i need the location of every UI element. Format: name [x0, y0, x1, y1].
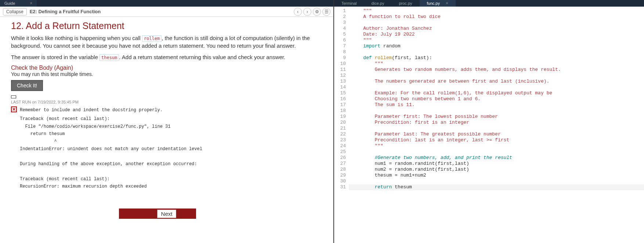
next-wrap: Next	[11, 208, 322, 219]
line-number: 4	[334, 26, 346, 32]
code-line[interactable]: """	[349, 61, 644, 67]
line-number: 2	[334, 14, 346, 20]
code-line[interactable]	[349, 84, 644, 90]
code-line[interactable]: num1 = random.randint(first,last)	[349, 161, 644, 167]
close-icon[interactable]: ×	[446, 1, 448, 6]
code-line[interactable]: return thesum	[349, 184, 644, 190]
code-line[interactable]: """	[349, 143, 644, 149]
status-indicator	[11, 95, 16, 98]
menu-icon[interactable]: ☰	[322, 8, 330, 16]
code-line[interactable]: The numbers generated are between first …	[349, 79, 644, 84]
line-number: 19	[334, 114, 346, 120]
code-line[interactable]: The sum is 11.	[349, 102, 644, 108]
tab-guide[interactable]: Guide ×	[0, 0, 37, 7]
code-line[interactable]: Generates two random numbers, adds them,…	[349, 67, 644, 73]
code-line[interactable]	[349, 178, 644, 184]
paragraph-1: While it looks like nothing is happening…	[11, 34, 322, 50]
line-gutter: 1234567891011121314151617181920212223242…	[334, 7, 349, 243]
check-it-button[interactable]: Check It!	[11, 80, 43, 91]
breadcrumb: E2: Defining a Fruitful Function	[30, 9, 291, 14]
guide-pane: Guide × Collapse E2: Defining a Fruitful…	[0, 0, 334, 243]
line-number: 6	[334, 37, 346, 43]
section-subhead: Check the Body (Again)	[11, 65, 322, 71]
code-line[interactable]	[349, 73, 644, 79]
line-number: 15	[334, 90, 346, 96]
line-number: 9	[334, 55, 346, 61]
line-number: 25	[334, 149, 346, 155]
tab-func-py[interactable]: func.py×	[420, 0, 456, 7]
code-line[interactable]: thesum = num1+num2	[349, 173, 644, 178]
editor-tabbar: Terminaldice.pyproc.pyfunc.py×	[334, 0, 644, 7]
page-title: 12. Add a Return Statement	[11, 21, 322, 31]
text: The answer is stored in the variable	[11, 54, 100, 60]
line-number: 24	[334, 143, 346, 149]
gear-icon[interactable]: ⚙	[313, 8, 321, 16]
line-number: 3	[334, 20, 346, 26]
code-line[interactable]	[349, 49, 644, 55]
line-number: 12	[334, 73, 346, 79]
code-line[interactable]	[349, 149, 644, 155]
code-line[interactable]: Example: For the call rollem(1,6), the d…	[349, 90, 644, 96]
fail-icon: ✕	[11, 106, 17, 112]
code-line[interactable]: Parameter first: The lowest possible num…	[349, 114, 644, 120]
prev-page-button[interactable]: ‹	[294, 8, 302, 16]
code-line[interactable]: num2 = random.randint(first,last)	[349, 167, 644, 173]
next-button[interactable]: Next	[137, 208, 196, 219]
code-line[interactable]: Parameter last: The greatest possible nu…	[349, 131, 644, 137]
code-line[interactable]: Date: July 19 2022	[349, 32, 644, 37]
code-line[interactable]	[349, 20, 644, 26]
line-number: 8	[334, 49, 346, 55]
line-number: 10	[334, 61, 346, 67]
code-line[interactable]: Precondition: last is an integer, last >…	[349, 137, 644, 143]
test-result: ✕ Remember to include and indent the doc…	[11, 106, 322, 190]
paragraph-2: The answer is stored in the variable the…	[11, 53, 322, 61]
line-number: 28	[334, 167, 346, 173]
line-number: 16	[334, 96, 346, 102]
section-caption: You may run this test multiple times.	[11, 71, 322, 77]
line-number: 31	[334, 184, 346, 190]
line-number: 13	[334, 79, 346, 84]
guide-body: 12. Add a Return Statement While it look…	[0, 17, 333, 243]
code-line[interactable]: Choosing two numbers between 1 and 6.	[349, 96, 644, 102]
tab-dice-py[interactable]: dice.py	[364, 0, 392, 7]
tab-Terminal[interactable]: Terminal	[334, 0, 364, 7]
traceback: Traceback (most recent call last): File …	[20, 115, 322, 190]
tab-proc-py[interactable]: proc.py	[391, 0, 419, 7]
last-run-timestamp: LAST RUN on 7/19/2022, 9:35:45 PM	[11, 100, 322, 104]
code-editor[interactable]: 1234567891011121314151617181920212223242…	[334, 7, 644, 243]
line-number: 26	[334, 155, 346, 161]
code-line[interactable]: """	[349, 37, 644, 43]
code-line[interactable]: def rollem(first, last):	[349, 55, 644, 61]
line-number: 21	[334, 126, 346, 131]
code-area[interactable]: """ A function to roll two dice Author: …	[349, 7, 644, 243]
error-message: Remember to include and indent the docst…	[20, 106, 163, 114]
close-icon[interactable]: ×	[30, 1, 32, 6]
collapse-button[interactable]: Collapse	[3, 8, 27, 15]
code-line[interactable]: import random	[349, 43, 644, 49]
line-number: 27	[334, 161, 346, 167]
code-line[interactable]: Author: Jonathan Sanchez	[349, 26, 644, 32]
code-line[interactable]: #Generate two numbers, add, and print th…	[349, 155, 644, 161]
code-line[interactable]: """	[349, 8, 644, 14]
line-number: 5	[334, 32, 346, 37]
line-number: 23	[334, 137, 346, 143]
guide-header: Collapse E2: Defining a Fruitful Functio…	[0, 7, 333, 17]
line-number: 17	[334, 102, 346, 108]
code-rollem: rollem	[142, 35, 162, 42]
code-line[interactable]: A function to roll two dice	[349, 14, 644, 20]
line-number: 30	[334, 178, 346, 184]
line-number: 14	[334, 84, 346, 90]
line-number: 18	[334, 108, 346, 114]
text: While it looks like nothing is happening…	[11, 35, 142, 41]
line-number: 20	[334, 120, 346, 126]
code-line[interactable]	[349, 126, 644, 131]
code-thesum: thesum	[100, 54, 119, 61]
code-line[interactable]: Precondition: first is an integer	[349, 120, 644, 126]
editor-pane: Terminaldice.pyproc.pyfunc.py× 123456789…	[334, 0, 644, 243]
tab-guide-label: Guide	[4, 1, 15, 6]
next-button-label: Next	[157, 210, 177, 218]
code-line[interactable]	[349, 108, 644, 114]
header-icons: ‹ › ⚙ ☰	[294, 8, 330, 16]
line-number: 29	[334, 173, 346, 178]
next-page-button[interactable]: ›	[303, 8, 311, 16]
